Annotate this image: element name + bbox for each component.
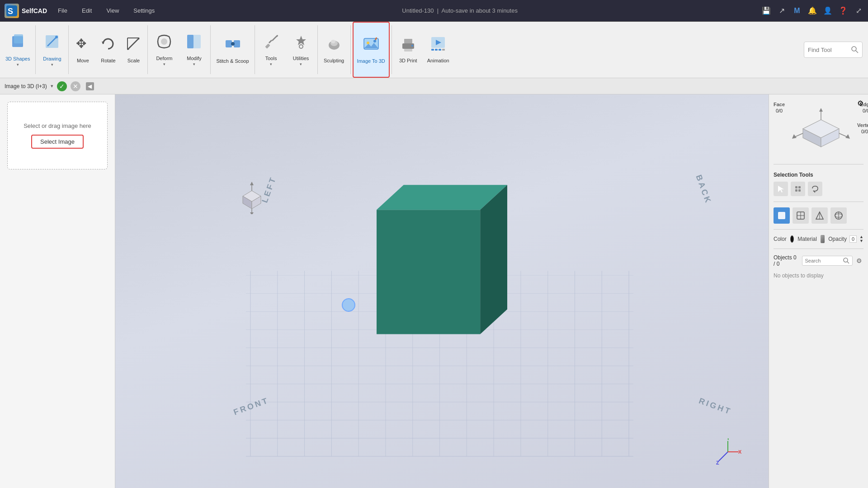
tool-drawing[interactable]: Drawing ▾ (38, 22, 66, 78)
svg-point-38 (852, 47, 856, 51)
select-lasso-tool[interactable] (808, 182, 822, 196)
divider-2 (68, 25, 69, 74)
objects-header: Objects 0 / 0 ⚙ (774, 254, 863, 267)
m-icon[interactable]: M (792, 6, 802, 16)
find-tool-box[interactable] (804, 42, 863, 58)
svg-point-18 (231, 42, 235, 46)
cube-navigator[interactable] (785, 102, 857, 156)
cursor-indicator (342, 298, 355, 312)
image-drop-area[interactable]: Select or drag image here Select Image (7, 102, 108, 169)
divider-5 (255, 25, 255, 74)
search-icon (843, 258, 849, 264)
expand-icon[interactable]: ⤢ (854, 6, 863, 16)
viewport[interactable]: FRONT RIGHT LEFT BACK Z Y X (115, 94, 769, 488)
tool-utilities[interactable]: Utilities ▾ (287, 22, 316, 78)
share-icon[interactable]: ↗ (777, 6, 787, 16)
rotate-icon (99, 35, 117, 56)
svg-marker-70 (250, 182, 254, 185)
menu-file[interactable]: File (54, 5, 71, 16)
tool-modify-label: Modify (187, 56, 201, 61)
tool-animation-label: Animation (427, 58, 449, 64)
svg-line-84 (795, 133, 803, 137)
svg-point-24 (331, 40, 335, 43)
svg-rect-37 (442, 49, 445, 51)
cancel-button[interactable]: ✕ (71, 81, 80, 91)
tool-deform[interactable]: Deform ▾ (150, 22, 179, 78)
tool-image-to-3d[interactable]: Image To 3D (353, 22, 390, 78)
tool-sculpting[interactable]: Sculpting (320, 22, 349, 78)
svg-point-21 (299, 45, 303, 48)
select-image-button[interactable]: Select Image (31, 135, 84, 149)
confirm-button[interactable]: ✓ (57, 81, 67, 91)
shape-grid-btn[interactable] (793, 207, 809, 224)
modify-icon (185, 33, 203, 54)
drawing-arrow: ▾ (51, 62, 53, 67)
color-swatch[interactable] (790, 235, 794, 243)
opacity-stepper[interactable]: ▲ ▼ (859, 235, 863, 243)
collapse-panel-button[interactable]: ◀ (86, 82, 94, 90)
move-icon: ✥ (74, 35, 91, 56)
toolbar: 3D Shapes ▾ Drawing ▾ ✥ Move Rotate Scal… (0, 22, 868, 78)
subtoolbar-arrow[interactable]: ▾ (51, 83, 53, 89)
shape-sphere-btn[interactable] (830, 207, 847, 224)
find-tool-input[interactable] (808, 47, 849, 53)
tool-3d-shapes[interactable]: 3D Shapes ▾ (2, 22, 33, 78)
menu-settings[interactable]: Settings (130, 5, 158, 16)
tool-tools[interactable]: Tools ▾ (257, 22, 286, 78)
shape-wireframe-btn[interactable] (811, 207, 828, 224)
svg-rect-91 (795, 189, 797, 192)
settings-cog[interactable]: ⚙ (857, 99, 863, 108)
tool-rotate[interactable]: Rotate (96, 22, 120, 78)
vertex-info: Vertex 0/0 (857, 122, 868, 134)
profile-icon[interactable]: 👤 (823, 6, 833, 16)
select-arrow-tool[interactable] (774, 182, 788, 196)
face-value: 0/0 (776, 108, 783, 113)
tool-rotate-label: Rotate (101, 58, 115, 64)
left-panel: Select or drag image here Select Image (0, 94, 115, 488)
tool-stitch-scoop[interactable]: Stitch & Scoop (212, 22, 252, 78)
svg-line-73 (719, 452, 728, 461)
tool-modify[interactable]: Modify ▾ (179, 22, 208, 78)
help-icon[interactable]: ❓ (838, 6, 848, 16)
color-label: Color (774, 236, 787, 242)
svg-rect-34 (431, 49, 434, 51)
material-swatch[interactable] (821, 235, 825, 243)
objects-settings-icon[interactable]: ⚙ (855, 256, 863, 266)
svg-point-103 (844, 258, 848, 262)
subtoolbar: Image to 3D (I+3) ▾ ✓ ✕ ◀ (0, 78, 868, 94)
modify-arrow: ▾ (193, 62, 195, 66)
sculpting-icon (326, 35, 343, 56)
tool-scale[interactable]: Scale (121, 22, 146, 78)
svg-line-86 (839, 133, 847, 137)
shape-solid-btn[interactable] (774, 207, 790, 224)
save-icon[interactable]: 💾 (761, 6, 771, 16)
objects-search-input[interactable] (805, 258, 841, 263)
select-box-tool[interactable] (791, 182, 805, 196)
objects-search-box[interactable] (802, 256, 853, 266)
notifications-icon[interactable]: 🔔 (807, 6, 817, 16)
svg-rect-36 (439, 49, 441, 51)
divider-rp1 (774, 164, 863, 164)
tool-scale-label: Scale (127, 58, 140, 64)
color-material-row: Color Material Opacity 0 ▲ ▼ (774, 235, 863, 243)
3d-print-icon (400, 35, 417, 56)
tool-move[interactable]: ✥ Move (71, 22, 95, 78)
doc-info: Untitled-130 | Auto-save in about 3 minu… (165, 7, 754, 14)
selection-tools-title: Selection Tools (774, 172, 863, 178)
deform-icon (156, 33, 173, 54)
vertex-value: 0/0 (861, 129, 868, 134)
tools-arrow: ▾ (270, 62, 272, 66)
shape-tools-row (774, 207, 863, 224)
menu-view[interactable]: View (103, 5, 123, 16)
face-label: Face (774, 102, 785, 107)
tool-animation[interactable]: Animation (424, 22, 453, 78)
tool-image-to-3d-label: Image To 3D (357, 58, 385, 64)
drawing-icon (43, 33, 61, 54)
face-info: Face 0/0 (774, 102, 785, 113)
svg-marker-72 (250, 212, 254, 214)
svg-marker-88 (778, 186, 784, 192)
svg-line-20 (269, 40, 272, 43)
tool-drawing-label: Drawing (43, 56, 61, 62)
tool-3d-print[interactable]: 3D Print (394, 22, 423, 78)
menu-edit[interactable]: Edit (78, 5, 95, 16)
